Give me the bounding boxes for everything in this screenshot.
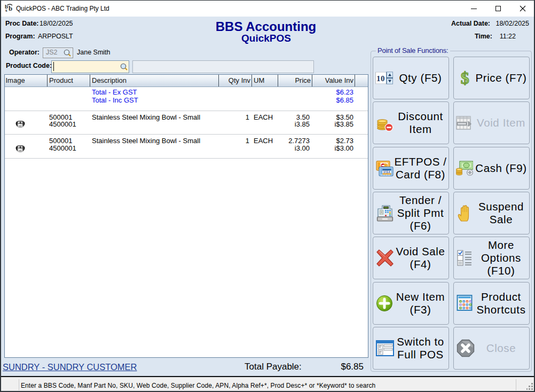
svg-text:VISA: VISA xyxy=(383,171,390,174)
svg-text:s: s xyxy=(5,7,7,12)
svg-text:b: b xyxy=(9,4,12,12)
svg-text:10: 10 xyxy=(376,74,385,83)
svg-text:$: $ xyxy=(461,70,470,86)
